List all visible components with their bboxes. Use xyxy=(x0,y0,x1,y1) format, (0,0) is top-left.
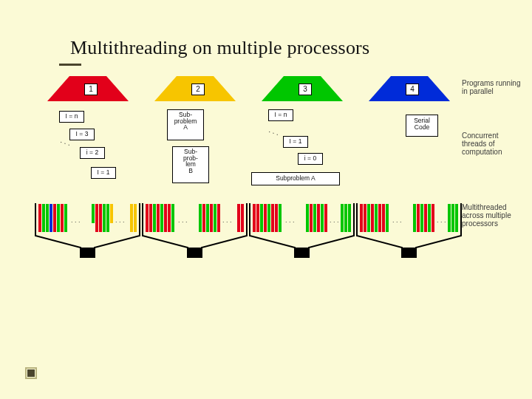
program-3-label: 3 xyxy=(299,83,312,95)
page-title: Multithreading on multiple processors xyxy=(70,37,369,59)
svg-rect-0 xyxy=(81,248,95,258)
col3-box-a: I = n xyxy=(268,109,293,121)
col1-box-b: I = 3 xyxy=(69,129,95,140)
col1-box-c: i = 2 xyxy=(80,147,105,159)
col3-dots: . . . xyxy=(268,126,281,137)
col1-box-a: I = n xyxy=(59,111,84,123)
col3-box-b: I = 1 xyxy=(283,136,308,148)
svg-rect-2 xyxy=(295,248,309,258)
col4-box-a: Serial Code xyxy=(406,115,438,137)
processor-3: . . . . . . xyxy=(248,202,355,253)
processor-2: . . . . . . xyxy=(141,202,248,253)
svg-rect-1 xyxy=(188,248,202,258)
processor-4: . . . . . . xyxy=(355,202,463,253)
col2-box-a: Sub- problem A xyxy=(167,109,204,140)
col3-box-c: i = 0 xyxy=(298,153,323,165)
title-underline xyxy=(59,64,81,66)
program-4-label: 4 xyxy=(406,83,419,95)
footer-marker xyxy=(27,369,35,377)
program-1-label: 1 xyxy=(84,83,98,95)
col2-box-b: Sub- prob- lem B xyxy=(172,146,209,183)
processor-1: . . . . . . xyxy=(34,202,141,253)
col3-box-d: Subproblem A xyxy=(251,172,340,185)
legend-programs: Programs running in parallel xyxy=(462,79,521,95)
legend-threads: Concurrent threads of computation xyxy=(462,132,525,156)
svg-rect-3 xyxy=(402,248,416,258)
legend-processors: Multithreaded across multiple processors xyxy=(462,203,525,228)
col1-box-d: I = 1 xyxy=(91,167,116,179)
program-2-label: 2 xyxy=(191,83,205,95)
